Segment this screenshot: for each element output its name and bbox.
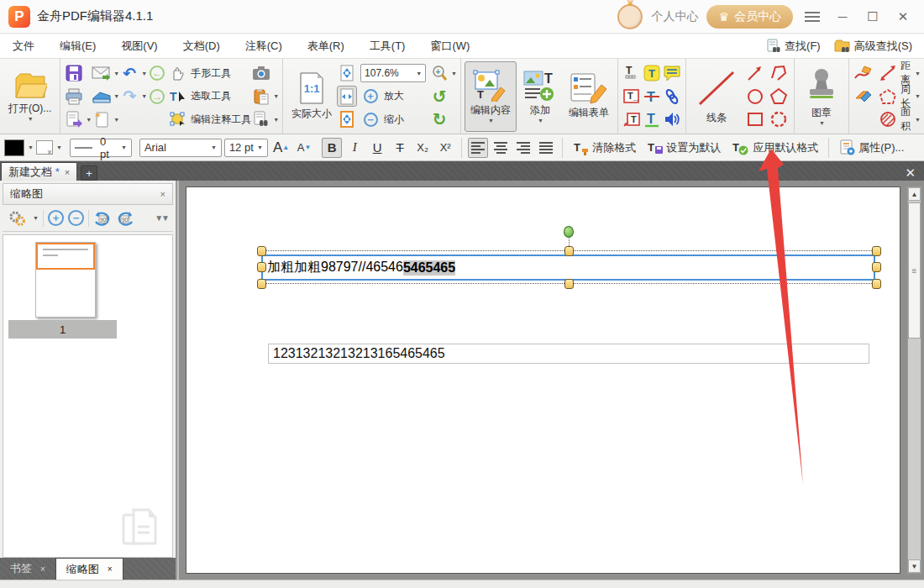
rotate-right-button[interactable]: ↻ (429, 108, 449, 130)
polyline-tool-button[interactable] (767, 62, 790, 85)
typewriter-tool-button[interactable]: T (622, 62, 642, 84)
grow-font-button[interactable]: A▲ (270, 138, 291, 158)
circle-tool-button[interactable] (743, 85, 767, 108)
export-button[interactable] (64, 108, 84, 130)
rotate-left-90-icon[interactable]: 90° (93, 210, 112, 227)
menu-tools[interactable]: 工具(T) (357, 34, 418, 58)
open-button[interactable]: 打开(O)... ▼ (3, 61, 56, 132)
edit-form-button[interactable]: 编辑表单 (564, 61, 614, 132)
new-document-button[interactable]: ✶ (92, 108, 112, 130)
chevron-down-icon[interactable]: ▼ (86, 117, 92, 123)
close-document-icon[interactable]: ✕ (896, 165, 924, 181)
distance-tool-button[interactable]: 距离 ▼ (878, 62, 921, 85)
close-button[interactable]: ✕ (892, 9, 914, 24)
vertical-scrollbar[interactable]: ▲ ≡ ▼ (907, 186, 921, 574)
rotate-right-90-icon[interactable]: 90° (116, 210, 134, 227)
resize-handle-n[interactable] (564, 246, 574, 256)
rectangle-tool-button[interactable] (743, 108, 767, 131)
resize-handle-se[interactable] (872, 279, 881, 289)
shrink-font-button[interactable]: A▼ (294, 138, 314, 158)
rotate-left-button[interactable]: ↺ (429, 86, 449, 108)
callout-tool-button[interactable]: T (622, 108, 642, 130)
sticky-note-tool-button[interactable] (662, 62, 682, 84)
stroke-width-select[interactable]: 0 pt ▼ (70, 139, 132, 157)
member-center-button[interactable]: ♛ 会员中心 (706, 5, 793, 29)
chevron-down-icon[interactable]: ▼ (56, 144, 62, 150)
subscript-button[interactable]: X₂ (412, 138, 433, 158)
next-view-button[interactable]: → (147, 86, 167, 108)
rotate-handle[interactable] (564, 226, 574, 238)
fit-page-button[interactable] (337, 63, 357, 84)
attachment-tool-button[interactable] (662, 86, 682, 108)
text-box[interactable]: 12313213213213165465465 (268, 344, 869, 364)
scrollbar-thumb[interactable]: ≡ (908, 202, 921, 339)
resize-handle-nw[interactable] (257, 246, 266, 256)
scroll-down-button[interactable]: ▼ (908, 559, 921, 573)
underline-button[interactable]: U (367, 138, 387, 158)
font-size-select[interactable]: 12 pt ▼ (224, 139, 268, 157)
edit-content-button[interactable]: T 编辑内容 ▼ (465, 61, 517, 132)
tab-close-icon[interactable]: × (108, 564, 113, 574)
undo-button[interactable]: ↶ (119, 62, 139, 84)
find-button[interactable]: 查找(F) (761, 39, 826, 54)
previous-view-button[interactable]: ← (147, 62, 167, 84)
chevron-down-icon[interactable]: ▼ (141, 93, 147, 99)
cloud-tool-button[interactable] (767, 108, 790, 131)
snapshot-camera-button[interactable] (251, 62, 271, 84)
document-tab[interactable]: 新建文档 * × (1, 162, 77, 181)
chevron-down-icon[interactable]: ▼ (451, 71, 457, 76)
pdf-page[interactable] (186, 186, 900, 574)
bookmarks-tab[interactable]: 书签 × (0, 558, 55, 580)
chevron-down-icon[interactable]: ▼ (113, 71, 119, 76)
menu-window[interactable]: 窗口(W) (417, 34, 482, 58)
apply-default-format-button[interactable]: T 应用默认格式 (727, 137, 822, 159)
tab-close-icon[interactable]: × (65, 167, 70, 177)
arrow-tool-button[interactable] (743, 62, 767, 85)
thumbnails-tab[interactable]: 缩略图 × (55, 558, 123, 580)
menu-view[interactable]: 视图(V) (108, 34, 170, 58)
text-color-swatch[interactable] (4, 139, 24, 156)
edit-annotation-tool-button[interactable]: 编辑注释工具 (167, 108, 251, 131)
options-gear-icon[interactable] (8, 210, 28, 227)
resize-handle-s[interactable] (564, 279, 574, 289)
chevron-down-icon[interactable]: ▼ (113, 117, 119, 123)
selected-text-box[interactable]: 加粗加粗98797//465465465465 (261, 255, 875, 281)
bold-button[interactable]: B (322, 138, 342, 158)
zoom-out-button[interactable]: − 缩小 (360, 108, 426, 131)
chevron-down-icon[interactable]: ▼ (33, 215, 39, 221)
page-thumbnail[interactable] (35, 242, 96, 318)
resize-handle-e[interactable] (872, 262, 881, 272)
superscript-button[interactable]: X² (435, 138, 455, 158)
align-center-button[interactable] (491, 138, 511, 158)
italic-button[interactable]: I (344, 138, 365, 158)
profile-center-link[interactable]: 个人中心 (651, 9, 698, 24)
clear-format-button[interactable]: T 清除格式 (569, 137, 640, 159)
align-right-button[interactable] (513, 138, 533, 158)
maximize-button[interactable]: ☐ (862, 9, 884, 24)
zoom-in-button[interactable]: + 放大 (360, 85, 426, 108)
menu-edit[interactable]: 编辑(E) (47, 34, 108, 58)
shrink-thumbnails-button[interactable]: − (68, 210, 84, 226)
sound-tool-button[interactable] (662, 108, 682, 130)
chevron-down-icon[interactable]: ▼ (273, 117, 279, 123)
advanced-find-button[interactable]: 高级查找(S) (829, 39, 917, 54)
fit-width-button[interactable] (337, 86, 357, 107)
highlight-tool-button[interactable]: T (642, 62, 662, 84)
resize-handle-sw[interactable] (257, 279, 266, 289)
user-avatar[interactable]: ♛ (617, 4, 643, 29)
stamp-button[interactable]: 图章 ▼ (798, 61, 845, 132)
menu-document[interactable]: 文档(D) (171, 34, 233, 58)
chevron-down-icon[interactable]: ▼ (273, 93, 279, 99)
main-menu-icon[interactable] (805, 12, 820, 22)
paste-clipboard-button[interactable] (251, 86, 271, 108)
perimeter-tool-button[interactable]: 周长 ▼ (878, 85, 921, 108)
enlarge-thumbnails-button[interactable]: + (48, 210, 64, 226)
line-tool-button[interactable]: 线条 (690, 61, 743, 132)
set-default-button[interactable]: T 设置为默认 (643, 137, 725, 159)
email-button[interactable] (92, 62, 112, 84)
strikethrough-button[interactable]: T (390, 138, 410, 158)
chevron-down-icon[interactable]: ▼ (141, 71, 147, 76)
menu-annotation[interactable]: 注释(C) (233, 34, 295, 58)
eraser-tool-button[interactable] (853, 86, 874, 108)
scroll-up-button[interactable]: ▲ (908, 187, 921, 201)
